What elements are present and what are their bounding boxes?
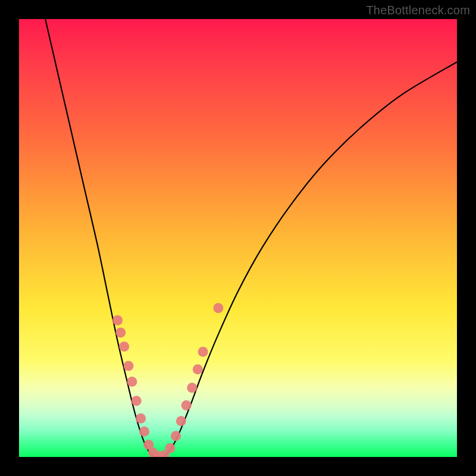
marker-dot [127, 377, 137, 387]
marker-dot [176, 416, 186, 426]
marker-dots [112, 303, 223, 457]
watermark-text: TheBottleneck.com [366, 4, 470, 17]
bottleneck-curve [45, 19, 457, 457]
marker-dot [112, 315, 123, 325]
marker-dot [115, 327, 126, 337]
marker-dot [181, 400, 192, 411]
marker-dot [187, 383, 197, 393]
marker-dot [124, 361, 134, 371]
marker-dot [198, 347, 208, 357]
marker-dot [131, 396, 142, 406]
marker-dot [213, 303, 223, 313]
marker-dot [139, 427, 149, 437]
marker-dot [119, 342, 129, 352]
curve-layer [19, 19, 457, 457]
marker-dot [193, 364, 203, 374]
marker-dot [171, 431, 181, 441]
marker-dot [165, 443, 175, 453]
marker-dot [136, 414, 146, 424]
plot-area [19, 19, 457, 457]
chart-frame: TheBottleneck.com [0, 0, 476, 476]
